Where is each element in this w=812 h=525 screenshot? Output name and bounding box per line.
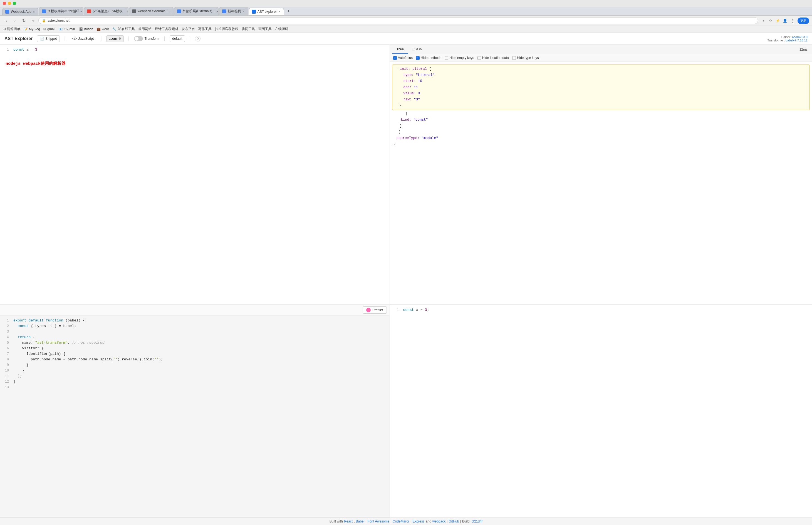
tab-close-new[interactable]: × [243,10,244,13]
hide-location-checkbox[interactable] [478,56,481,60]
autofocus-checkbox[interactable]: ✓ [393,56,397,60]
minimize-traffic-light[interactable] [8,2,11,5]
parser-selector[interactable]: acorn ⚙ [106,35,124,42]
tree-val-sourcetype: "module" [422,136,438,140]
footer-react-link[interactable]: React [344,520,352,523]
tl-num-9: 9 [2,362,9,368]
parser-version-link[interactable]: acorn-8.3.0 [792,35,808,39]
footer-build-hash[interactable]: cf21d4f [472,520,482,523]
footer-codemirror-link[interactable]: CodeMirror [393,520,409,523]
forward-button[interactable]: › [12,17,18,24]
tab-es6[interactable]: (26条消息) ES6模板... × [84,7,129,15]
filter-hide-methods[interactable]: ✓ Hide methods [416,56,441,60]
filter-hide-empty[interactable]: Hide empty keys [445,56,474,60]
bookmarks-bar: ☑ 滴答清单 📝 MyBlog ✉ gmail 📧 163mail 📓 noti… [0,26,812,32]
language-selector[interactable]: </> JavaScript [70,35,96,42]
tab-close-externals[interactable]: × [216,10,218,13]
bookmark-myblog[interactable]: 📝 MyBlog [24,27,40,31]
filter-hide-location[interactable]: Hide location data [478,56,509,60]
maximize-traffic-light[interactable] [13,2,16,5]
hide-type-checkbox[interactable] [512,56,516,60]
back-button[interactable]: ‹ [3,17,10,24]
code-icon: </> [72,37,77,41]
tree-close-brace: } [399,104,401,108]
toggle-control[interactable] [134,36,143,41]
bookmark-source[interactable]: 在线源码 [275,27,288,31]
code-line-1: 1 const a = 3 [0,47,390,52]
footer-fontawesome-link[interactable]: Font Awesome [367,520,390,523]
bookmark-common[interactable]: 常用网站 [138,27,152,31]
tab-newtab[interactable]: 新标签页 × [219,7,248,15]
tab-close-webpack[interactable]: × [33,10,35,13]
home-button[interactable]: ⌂ [29,17,36,24]
snippet-button[interactable]: 📄 Snippet [37,35,60,42]
footer-and-text: and [426,520,431,523]
bookmark-collab[interactable]: 协同工具 [242,27,255,31]
tab-js-template[interactable]: js 模板字符串 for循环 × [39,7,84,15]
transform-toggle[interactable]: Transform [134,36,160,41]
tab-close-js[interactable]: × [81,10,82,13]
bookmark-work[interactable]: 💼 work [96,27,109,31]
footer-babel-link[interactable]: Babel [356,520,364,523]
default-selector[interactable]: default [170,35,185,42]
extensions-icon[interactable]: ⚡ [775,17,781,24]
tab-ast[interactable]: AST explorer × [249,8,284,15]
menu-icon[interactable]: ⋮ [789,17,795,24]
bookmark-publish[interactable]: 发布平台 [182,27,195,31]
bookmark-tech[interactable]: 技术博客和教程 [215,27,238,31]
browser-tabs-bar: Webpack App × js 模板字符串 for循环 × (26条消息) E… [0,7,812,16]
tl-code-10: } [13,368,24,373]
prettier-button[interactable]: Prettier [363,306,387,314]
help-button[interactable]: ? [195,36,200,42]
bookmark-gmail[interactable]: ✉ gmail [43,27,55,31]
close-traffic-light[interactable] [3,2,6,5]
tab-tree[interactable]: Tree [392,45,408,54]
header-sep3: | [128,35,130,42]
tl-num-2: 2 [2,324,9,329]
tab-json[interactable]: JSON [408,45,427,54]
collapse-icon[interactable]: - [396,67,398,71]
footer-express-link[interactable]: Express [412,520,424,523]
lock-icon: 🔒 [42,19,46,22]
footer-github-link[interactable]: GitHub [449,520,459,523]
input-code-editor[interactable]: 1 const a = 3 nodejs webpack使用的解析器 [0,45,390,305]
profile-icon[interactable]: 👤 [782,17,788,24]
address-bar[interactable]: 🔒 astexplorer.net [39,17,758,24]
transform-line-6: 6 visitor: { [0,346,390,351]
tab-externals[interactable]: 外部扩展(Externals)... × [174,7,219,15]
bookmark-writing[interactable]: 写作工具 [198,27,212,31]
share-icon[interactable]: ↑ [760,17,766,24]
reload-button[interactable]: ↻ [20,17,27,24]
tab-webpack-app[interactable]: Webpack App × [2,8,39,15]
bookmark-jstool[interactable]: 🔧 JS在线工具 [112,27,135,31]
annotation-label: nodejs webpack使用的解析器 [5,61,66,66]
bookmark-drawing[interactable]: 画图工具 [258,27,272,31]
tree-bracket2: ] [399,130,401,134]
hide-methods-checkbox[interactable]: ✓ [416,56,420,60]
tab-close-es6[interactable]: × [127,10,129,13]
app-header: AST Explorer 📄 Snippet | </> JavaScript … [0,32,812,45]
highlighted-ast-node[interactable]: - init: Literal { type: "Literal" start:… [392,64,810,110]
bookmark-design[interactable]: 设计工具和素材 [155,27,178,31]
bookmark-163mail[interactable]: 📧 163mail [59,27,76,31]
filter-autofocus[interactable]: ✓ Autofocus [393,56,413,60]
transformer-version-link[interactable]: babelv7-7.16.12 [786,39,808,42]
hide-empty-checkbox[interactable] [445,56,448,60]
bookmark-notion[interactable]: 📓 notion [79,27,93,31]
transform-panel-header: Prettier [0,305,390,316]
new-tab-button[interactable]: + [285,7,292,15]
tl-code-11: }; [13,373,22,379]
tab-close-ast[interactable]: × [279,10,280,13]
update-button[interactable]: 更新 [798,17,809,24]
star-icon[interactable]: ☆ [767,17,773,24]
out-line-num-1: 1 [392,307,399,313]
tab-icon-new [222,10,226,13]
tl-code-4: return { [13,334,35,340]
bookmark-dida[interactable]: ☑ 滴答清单 [3,27,20,31]
tab-webpack-ext[interactable]: webpack externals：... × [129,7,174,15]
footer-webpack-link[interactable]: webpack [432,520,446,523]
tab-icon-js [42,10,46,13]
tab-close-ext[interactable]: × [173,10,174,13]
filter-hide-type[interactable]: Hide type keys [512,56,539,60]
transform-code-editor[interactable]: 1 export default function (babel) { 2 co… [0,316,390,518]
